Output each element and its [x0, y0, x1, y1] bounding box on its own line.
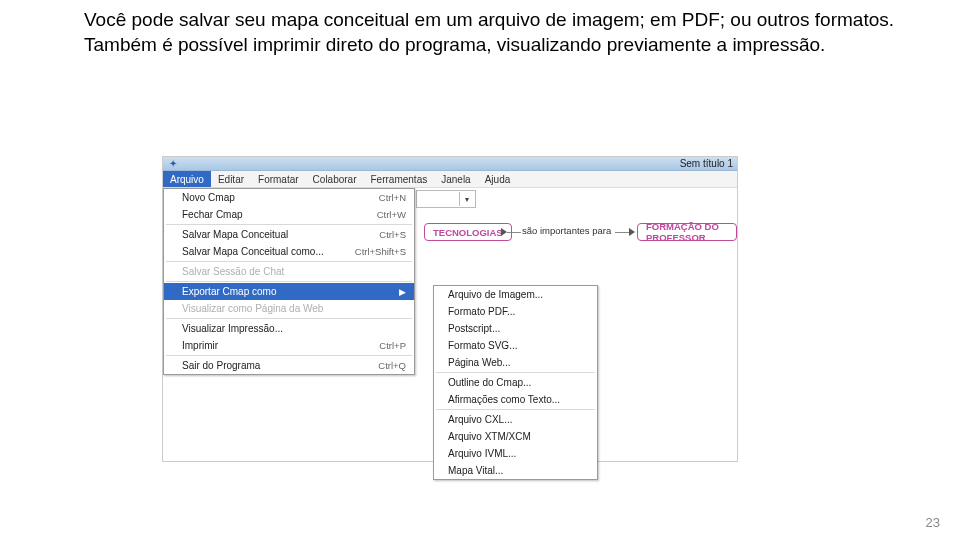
menu-arquivo[interactable]: Arquivo	[163, 171, 211, 187]
concept-node-formacao[interactable]: FORMAÇÃO DO PROFESSOR	[637, 223, 737, 241]
document-body: Você pode salvar seu mapa conceitual em …	[0, 0, 960, 57]
menu-janela[interactable]: Janela	[434, 171, 477, 187]
menu-item-fechar-cmap[interactable]: Fechar CmapCtrl+W	[164, 206, 414, 223]
toolbar-dropdown-remnant[interactable]: ▾	[416, 190, 476, 208]
submenu-item-imagem[interactable]: Arquivo de Imagem...	[434, 286, 597, 303]
menu-ferramentas[interactable]: Ferramentas	[364, 171, 435, 187]
titlebar: ✦ Sem título 1	[163, 157, 737, 171]
submenu-separator	[436, 372, 595, 373]
submenu-item-xtm[interactable]: Arquivo XTM/XCM	[434, 428, 597, 445]
edge-label: são importantes para	[522, 225, 611, 236]
chevron-down-icon: ▾	[459, 192, 473, 206]
menu-item-imprimir[interactable]: ImprimirCtrl+P	[164, 337, 414, 354]
menu-colaborar[interactable]: Colaborar	[306, 171, 364, 187]
menu-item-exportar-como[interactable]: Exportar Cmap como▶	[164, 283, 414, 300]
submenu-item-afirmacoes[interactable]: Afirmações como Texto...	[434, 391, 597, 408]
edge-line-2	[615, 232, 629, 233]
menu-separator	[166, 318, 412, 319]
menu-item-visualizar-web: Visualizar como Página da Web	[164, 300, 414, 317]
menu-separator	[166, 224, 412, 225]
submenu-arrow-icon: ▶	[393, 287, 406, 297]
menu-item-salvar[interactable]: Salvar Mapa ConceitualCtrl+S	[164, 226, 414, 243]
submenu-item-outline[interactable]: Outline do Cmap...	[434, 374, 597, 391]
menu-editar[interactable]: Editar	[211, 171, 251, 187]
menubar: Arquivo Editar Formatar Colaborar Ferram…	[163, 171, 737, 188]
concept-node-tecnologias[interactable]: TECNOLOGIAS	[424, 223, 512, 241]
paragraph-1: Você pode salvar seu mapa conceitual em …	[24, 8, 936, 32]
submenu-separator	[436, 409, 595, 410]
submenu-item-pdf[interactable]: Formato PDF...	[434, 303, 597, 320]
submenu-item-postscript[interactable]: Postscript...	[434, 320, 597, 337]
page-number: 23	[926, 515, 940, 530]
submenu-item-pagina-web[interactable]: Página Web...	[434, 354, 597, 371]
submenu-item-svg[interactable]: Formato SVG...	[434, 337, 597, 354]
menu-separator	[166, 261, 412, 262]
window-title: Sem título 1	[680, 158, 733, 169]
arrow-right-icon-2	[629, 228, 635, 236]
file-menu-dropdown: Novo CmapCtrl+N Fechar CmapCtrl+W Salvar…	[163, 188, 415, 375]
menu-separator	[166, 281, 412, 282]
menu-item-salvar-chat: Salvar Sessão de Chat	[164, 263, 414, 280]
paragraph-2: Também é possível imprimir direto do pro…	[24, 33, 936, 57]
menu-ajuda[interactable]: Ajuda	[478, 171, 518, 187]
app-screenshot: ✦ Sem título 1 Arquivo Editar Formatar C…	[162, 156, 738, 462]
menu-item-salvar-como[interactable]: Salvar Mapa Conceitual como...Ctrl+Shift…	[164, 243, 414, 260]
menu-item-novo-cmap[interactable]: Novo CmapCtrl+N	[164, 189, 414, 206]
submenu-item-ivml[interactable]: Arquivo IVML...	[434, 445, 597, 462]
menu-formatar[interactable]: Formatar	[251, 171, 306, 187]
edge-line-1	[507, 232, 521, 233]
menu-item-visualizar-impressao[interactable]: Visualizar Impressão...	[164, 320, 414, 337]
submenu-item-mapa-vital[interactable]: Mapa Vital...	[434, 462, 597, 479]
export-submenu: Arquivo de Imagem... Formato PDF... Post…	[433, 285, 598, 480]
app-icon: ✦	[167, 158, 178, 169]
menu-separator	[166, 355, 412, 356]
menu-item-sair[interactable]: Sair do ProgramaCtrl+Q	[164, 357, 414, 374]
submenu-item-cxl[interactable]: Arquivo CXL...	[434, 411, 597, 428]
